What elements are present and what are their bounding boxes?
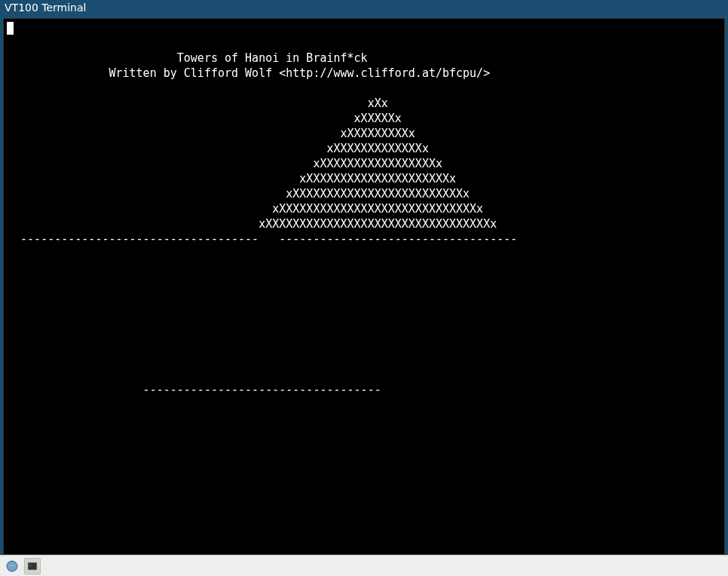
terminal-line-9: xXXXXXXXXXXXXXXXXXx (7, 157, 442, 170)
show-desktop-button[interactable] (5, 559, 20, 574)
svg-text:>_: >_ (29, 564, 32, 567)
terminal-line-12: xXXXXXXXXXXXXXXXXXXXXXXXXXXXXXx (7, 202, 483, 216)
cursor (7, 22, 14, 35)
terminal-line-11: xXXXXXXXXXXXXXXXXXXXXXXXXXx (7, 187, 470, 201)
terminal-line-2: Towers of Hanoi in Brainf*ck (7, 51, 368, 65)
taskbar-app-terminal[interactable]: >_ (24, 558, 41, 574)
desktop-icon (6, 560, 18, 572)
terminal-line-10: xXXXXXXXXXXXXXXXXXXXXXx (7, 172, 456, 185)
window-title: VT100 Terminal (5, 2, 86, 14)
terminal-line-6: xXXXXXx (7, 112, 402, 125)
terminal-line-13: xXXXXXXXXXXXXXXXXXXXXXXXXXXXXXXXXXx (7, 217, 497, 231)
terminal-icon: >_ (27, 561, 38, 571)
terminal-window[interactable]: Towers of Hanoi in Brainf*ck Written by … (3, 18, 725, 555)
taskbar: >_ (0, 555, 728, 576)
terminal-content: Towers of Hanoi in Brainf*ck Written by … (4, 19, 724, 399)
terminal-line-24: ----------------------------------- (7, 383, 381, 397)
terminal-line-8: xXXXXXXXXXXXXXx (7, 142, 429, 155)
terminal-line-7: xXXXXXXXXXx (7, 127, 415, 140)
terminal-line-3: Written by Clifford Wolf <http://www.cli… (7, 66, 490, 80)
title-bar: VT100 Terminal (0, 0, 728, 15)
terminal-line-14: ----------------------------------- ----… (7, 232, 517, 246)
terminal-line-5: xXx (7, 97, 388, 110)
